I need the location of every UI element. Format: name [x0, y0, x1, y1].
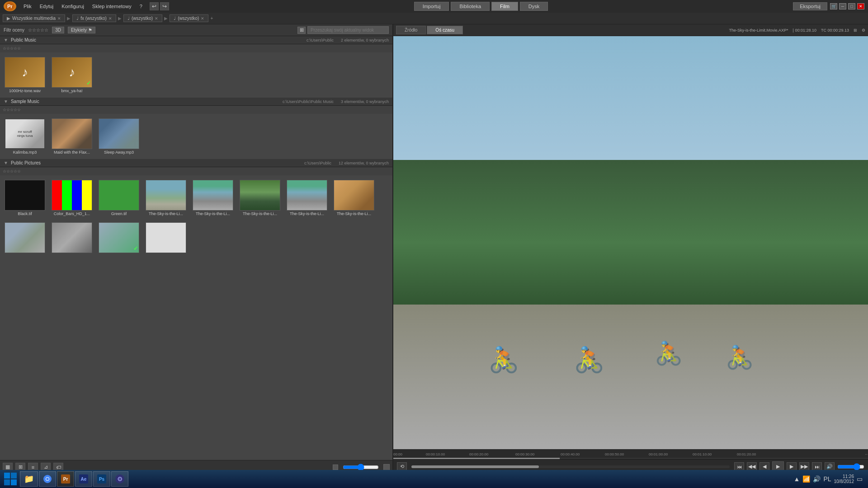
- section-collapse-public-pictures[interactable]: ▼: [4, 160, 8, 165]
- thumb-bikes2: [240, 180, 280, 211]
- media-item-group3[interactable]: ✓: [97, 221, 141, 256]
- section-sample-music[interactable]: ▼ Sample Music c:\Users\Public\Public Mu…: [0, 98, 392, 106]
- svg-rect-7: [11, 479, 17, 485]
- search-input[interactable]: [307, 26, 389, 34]
- label-bikes1: The-Sky-is-the-Li...: [196, 211, 230, 216]
- section-public-music[interactable]: ▼ Public Music c:\Users\Public 2 element…: [0, 36, 392, 44]
- taskbar-explorer[interactable]: 📁: [20, 471, 38, 487]
- tray-kb-icon[interactable]: PL: [823, 475, 831, 483]
- tab-source[interactable]: Źródło: [396, 26, 426, 34]
- nav-tab-film[interactable]: Film: [491, 2, 518, 11]
- preview-filename: The-Sky-is-the-Limit.Movie.AXP*: [729, 28, 788, 33]
- export-button[interactable]: Eksportuj: [793, 2, 827, 10]
- nav-tabs: Importuj Biblioteka Film Dysk: [170, 2, 792, 11]
- taskbar-photoshop[interactable]: Ps: [93, 471, 110, 487]
- preview-settings-icon[interactable]: ⚙: [862, 28, 865, 33]
- thumb-bikes1: [193, 180, 233, 211]
- menu-file[interactable]: Plik: [20, 3, 35, 10]
- media-item-group2[interactable]: [50, 221, 94, 256]
- ps-icon: Ps: [97, 474, 106, 483]
- nav-tab-disk[interactable]: Dysk: [520, 2, 548, 11]
- media-item-white[interactable]: [144, 221, 188, 256]
- svg-text:Pr: Pr: [7, 4, 13, 9]
- svg-rect-5: [11, 473, 17, 479]
- section-name-public-pictures: Public Pictures: [11, 160, 41, 165]
- minimize-button[interactable]: ─: [839, 3, 846, 9]
- media-item-bikes3[interactable]: The-Sky-is-the-Li...: [285, 178, 329, 218]
- breadcrumb-add[interactable]: +: [210, 16, 213, 21]
- media-item-black[interactable]: Black.tif: [3, 178, 47, 218]
- breadcrumb-close-0[interactable]: ✕: [57, 16, 61, 21]
- start-button[interactable]: [2, 471, 19, 487]
- menu-configure[interactable]: Konfiguruj: [58, 3, 88, 10]
- fx-icon: ♩: [76, 16, 79, 21]
- breadcrumb-label-1: fx (wszystko): [80, 16, 107, 21]
- taskbar-chrome[interactable]: [39, 471, 56, 487]
- svg-point-10: [46, 478, 49, 480]
- preview-expand-icon[interactable]: ⊞: [854, 28, 857, 33]
- section-public-pictures[interactable]: ▼ Public Pictures c:\Users\Public 12 ele…: [0, 159, 392, 167]
- media-item-kalimba[interactable]: mr scruffninja tuna Kalimba.mp3: [3, 117, 47, 156]
- ruler-mark-60: 00:01:00.00: [649, 452, 668, 456]
- menu-help[interactable]: ?: [136, 3, 146, 10]
- taskbar-settings[interactable]: ⚙: [111, 471, 128, 487]
- section-name-sample-music: Sample Music: [11, 99, 39, 104]
- breadcrumb-label-0: Wszystkie multimedia: [12, 16, 56, 21]
- section-count-sample-music: 3 elementów, 0 wybranych: [341, 99, 389, 104]
- ruler-mark-30: 00:00:30.00: [515, 452, 534, 456]
- maximize-button[interactable]: □: [848, 3, 855, 9]
- media-item-sleep[interactable]: Sleep Away.mp3: [97, 117, 141, 156]
- tray-arrow-icon[interactable]: ▲: [794, 475, 800, 483]
- media-item-sky1[interactable]: The-Sky-is-the-Li...: [144, 178, 188, 218]
- breadcrumb-close-3[interactable]: ✕: [201, 16, 204, 21]
- nav-tab-import[interactable]: Importuj: [414, 2, 449, 11]
- section-collapse-public-music[interactable]: ▼: [4, 38, 8, 42]
- breadcrumb-all-media[interactable]: ▶ Wszystkie multimedia ✕: [3, 14, 65, 22]
- section-path-sample-music: c:\Users\Public\Public Music: [283, 99, 334, 104]
- audio-note-icon: ♪: [22, 65, 28, 80]
- filter-icon[interactable]: ⊞: [297, 27, 306, 34]
- menu-edit[interactable]: Edytuj: [36, 3, 57, 10]
- tray-network-icon[interactable]: 📶: [802, 475, 810, 483]
- media-item-bmx[interactable]: ♪ bmx_ya-ha!: [50, 55, 94, 95]
- breadcrumb-close-1[interactable]: ✕: [108, 16, 112, 21]
- redo-button[interactable]: ↪: [160, 2, 169, 10]
- label-hat: The-Sky-is-the-Li...: [337, 211, 371, 216]
- taskbar-clock: 11:26 10/8/2012: [834, 474, 854, 484]
- settings-cog-icon: ⚙: [115, 474, 124, 483]
- media-item-hat[interactable]: The-Sky-is-the-Li...: [332, 178, 376, 218]
- media-item-colorbars[interactable]: Color_Bars_HD_1...: [50, 178, 94, 218]
- media-content: ▼ Public Music c:\Users\Public 2 element…: [0, 36, 392, 460]
- cart-icon[interactable]: 🛒: [830, 3, 837, 9]
- taskbar-premiere[interactable]: Pr: [57, 471, 74, 487]
- media-item-group1[interactable]: [3, 221, 47, 256]
- breadcrumb-all2[interactable]: ♩ (wszystko) ✕: [123, 14, 162, 22]
- volume-slider[interactable]: [837, 463, 864, 470]
- media-item-green[interactable]: Green.tif: [97, 178, 141, 218]
- section-collapse-sample-music[interactable]: ▼: [4, 99, 8, 104]
- undo-button[interactable]: ↩: [150, 2, 159, 10]
- filter-bar: Filtr oceny ☆☆☆☆☆ 3D Etykiety ⚑ ⊞: [0, 24, 392, 36]
- media-item-1000hz[interactable]: ♪ 1000Hz-tone.wav: [3, 55, 47, 95]
- breadcrumb-all3[interactable]: ♩ (wszystko) ✕: [170, 14, 208, 22]
- nav-tab-library[interactable]: Biblioteka: [451, 2, 490, 11]
- media-item-bikes2[interactable]: The-Sky-is-the-Li...: [238, 178, 282, 218]
- ruler-mark-40: 00:00:40.00: [561, 452, 580, 456]
- audio-note-icon2: ♪: [69, 65, 75, 80]
- preview-frame: 🚴 🚴 🚴 🚴: [393, 36, 868, 449]
- breadcrumb-close-2[interactable]: ✕: [155, 16, 158, 21]
- menu-shop[interactable]: Sklep internetowy: [89, 3, 135, 10]
- media-item-bikes1[interactable]: The-Sky-is-the-Li...: [191, 178, 235, 218]
- taskbar-aftereffects[interactable]: Ae: [75, 471, 92, 487]
- tab-timeline[interactable]: Oś czasu: [427, 26, 463, 34]
- breadcrumb-fx[interactable]: ♩ fx (wszystko) ✕: [72, 14, 116, 22]
- filter-3d-btn[interactable]: 3D: [52, 27, 64, 33]
- media-item-maid[interactable]: Maid with the Flax...: [50, 117, 94, 156]
- close-button[interactable]: ✕: [857, 3, 864, 9]
- tray-volume-icon[interactable]: 🔊: [813, 475, 821, 483]
- show-desktop-icon[interactable]: ▭: [857, 475, 863, 483]
- filter-stars[interactable]: ☆☆☆☆☆: [28, 28, 48, 33]
- cyclist-4: 🚴: [726, 344, 754, 371]
- section-name-public-music: Public Music: [11, 38, 36, 42]
- filter-labels-btn[interactable]: Etykiety ⚑: [68, 27, 95, 33]
